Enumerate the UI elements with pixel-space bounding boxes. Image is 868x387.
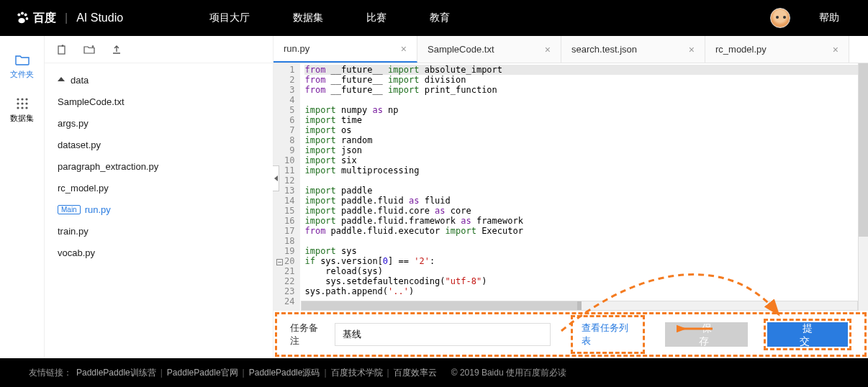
svg-point-9: [21, 102, 23, 104]
tree-item-label: rc_model.py: [58, 183, 109, 194]
left-rail: 文件夹 数据集: [0, 36, 45, 358]
footer-prefix: 友情链接：: [29, 367, 72, 379]
editor-tab[interactable]: search.test.json×: [561, 36, 705, 63]
rail-files-label: 文件夹: [10, 69, 34, 80]
close-icon[interactable]: ×: [833, 44, 838, 55]
footer: 友情链接： PaddlePaddle训练营|PaddlePaddle官网|Pad…: [0, 358, 868, 387]
editor-tabs: run.py×SampleCode.txt×search.test.json×r…: [273, 36, 868, 63]
footer-copyright: © 2019 Baidu 使用百度前必读: [451, 367, 566, 379]
nav-competition[interactable]: 比赛: [366, 12, 386, 24]
bottom-bar: 任务备注 查看任务列表 保 存 提 交: [275, 312, 867, 357]
paw-icon: [14, 10, 30, 26]
task-note-label: 任务备注: [290, 322, 325, 347]
folder-icon: [14, 53, 30, 66]
code-editor[interactable]: 12345678910111213141516171819−2021222324…: [273, 63, 868, 311]
svg-point-0: [17, 13, 20, 16]
task-note-input[interactable]: [335, 323, 551, 346]
save-button[interactable]: 保 存: [665, 322, 749, 347]
logo-brand-text: 百度: [33, 11, 56, 26]
svg-point-13: [25, 106, 27, 109]
svg-point-1: [21, 12, 24, 15]
main-badge: Main: [58, 205, 81, 214]
tree-item-label: run.py: [85, 204, 111, 215]
svg-point-12: [21, 106, 23, 109]
footer-link[interactable]: PaddlePaddle源码: [249, 368, 320, 378]
new-file-icon[interactable]: [56, 44, 68, 55]
footer-link[interactable]: PaddlePaddle官网: [167, 368, 238, 378]
svg-point-4: [19, 18, 25, 23]
nav-datasets[interactable]: 数据集: [293, 12, 323, 24]
tree-item-label: dataset.py: [58, 140, 101, 150]
editor-tab[interactable]: SampleCode.txt×: [417, 36, 561, 63]
tree-item-label: SampleCode.txt: [58, 96, 125, 107]
tree-item[interactable]: train.py: [45, 220, 273, 242]
view-task-list-link[interactable]: 查看任务列表: [571, 315, 645, 354]
logo-baidu: 百度: [14, 10, 56, 26]
tree-item-label: train.py: [58, 226, 89, 237]
main-area: 文件夹 数据集 dataSampleCode.txtargs.pydataset…: [0, 36, 868, 358]
svg-point-7: [25, 98, 27, 100]
submit-button[interactable]: 提 交: [767, 322, 848, 347]
svg-point-3: [26, 17, 29, 20]
tree-item-label: args.py: [58, 118, 89, 129]
close-icon[interactable]: ×: [545, 44, 551, 55]
tree-item[interactable]: rc_model.py: [45, 177, 273, 199]
collapse-handle[interactable]: [273, 165, 279, 191]
svg-rect-14: [58, 46, 65, 54]
new-folder-icon[interactable]: [83, 44, 95, 55]
rail-files[interactable]: 文件夹: [0, 49, 44, 87]
footer-link[interactable]: PaddlePaddle训练营: [76, 368, 156, 378]
logo[interactable]: 百度 | AI Studio: [14, 10, 123, 26]
svg-point-10: [25, 102, 27, 104]
svg-point-5: [17, 98, 19, 100]
editor-hscroll[interactable]: [301, 301, 858, 311]
help-link[interactable]: 帮助: [819, 12, 839, 24]
tab-label: run.py: [284, 43, 309, 54]
editor-tab[interactable]: rc_model.py×: [705, 36, 849, 63]
tab-label: search.test.json: [571, 44, 637, 55]
footer-link[interactable]: 百度技术学院: [331, 368, 383, 378]
tab-label: SampleCode.txt: [428, 44, 494, 55]
close-icon[interactable]: ×: [689, 44, 695, 55]
top-nav: 项目大厅 数据集 比赛 教育: [209, 12, 450, 24]
tree-item-label: vocab.py: [58, 247, 95, 258]
file-panel: dataSampleCode.txtargs.pydataset.pyparag…: [45, 36, 273, 358]
editor-vscroll[interactable]: [858, 63, 868, 311]
nav-project-hall[interactable]: 项目大厅: [209, 12, 250, 24]
rail-datasets-label: 数据集: [10, 113, 34, 124]
tree-item[interactable]: dataset.py: [45, 134, 273, 155]
logo-divider: |: [65, 12, 68, 24]
tab-label: rc_model.py: [715, 44, 767, 55]
svg-point-8: [17, 102, 19, 104]
code-body[interactable]: from __future__ import absolute_importfr…: [300, 63, 868, 311]
editor-tab[interactable]: run.py×: [273, 36, 417, 63]
file-tree: dataSampleCode.txtargs.pydataset.pyparag…: [45, 63, 273, 269]
upload-icon[interactable]: [111, 44, 122, 55]
tree-item[interactable]: SampleCode.txt: [45, 91, 273, 112]
tree-folder-data[interactable]: data: [45, 69, 273, 91]
logo-product-text: AI Studio: [76, 12, 123, 24]
nav-education[interactable]: 教育: [430, 12, 450, 24]
submit-highlight: 提 交: [764, 319, 851, 350]
avatar[interactable]: [770, 8, 790, 28]
footer-link[interactable]: 百度效率云: [394, 368, 437, 378]
grid-icon: [14, 97, 30, 110]
tree-item[interactable]: paragraph_extraction.py: [45, 155, 273, 177]
editor-area: run.py×SampleCode.txt×search.test.json×r…: [273, 36, 868, 358]
top-header: 百度 | AI Studio 项目大厅 数据集 比赛 教育 帮助: [0, 0, 868, 36]
tree-item[interactable]: args.py: [45, 112, 273, 134]
file-toolbar: [45, 36, 273, 63]
svg-point-2: [24, 13, 27, 16]
tree-item[interactable]: vocab.py: [45, 242, 273, 263]
close-icon[interactable]: ×: [401, 43, 407, 55]
tree-item[interactable]: Mainrun.py: [45, 199, 273, 220]
svg-point-11: [17, 106, 19, 109]
tree-item-label: paragraph_extraction.py: [58, 161, 158, 172]
rail-datasets[interactable]: 数据集: [0, 93, 44, 131]
svg-point-6: [21, 98, 23, 100]
